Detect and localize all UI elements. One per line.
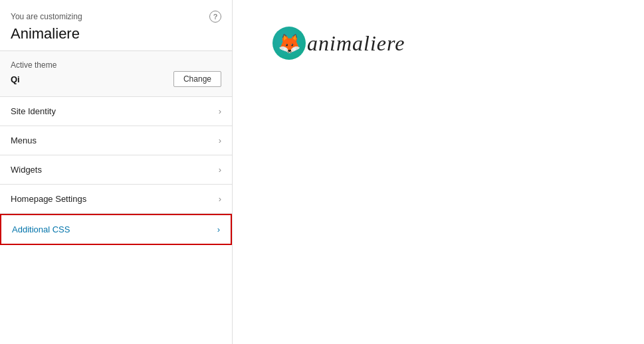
chevron-right-icon: › [219, 194, 221, 204]
nav-item-additional-css[interactable]: Additional CSS › [0, 214, 232, 245]
customizer-sidebar: You are customizing ? Animaliere Active … [0, 0, 233, 344]
active-theme-label: Active theme [11, 60, 221, 70]
help-icon[interactable]: ? [209, 11, 221, 23]
active-theme-row: Qi Change [11, 71, 221, 87]
nav-item-menus[interactable]: Menus › [0, 126, 232, 155]
chevron-right-icon: › [219, 165, 221, 175]
site-logo-area: 🦊 animaliere [272, 27, 405, 60]
customizing-label-row: You are customizing ? [11, 11, 221, 23]
customizing-text: You are customizing [11, 12, 82, 21]
chevron-right-icon: › [217, 224, 220, 234]
nav-item-label: Site Identity [11, 106, 56, 116]
nav-item-homepage-settings[interactable]: Homepage Settings › [0, 185, 232, 214]
nav-item-label: Widgets [11, 165, 42, 175]
nav-list: Site Identity › Menus › Widgets › Homepa… [0, 97, 232, 344]
active-theme-section: Active theme Qi Change [0, 51, 232, 97]
preview-site-name: animaliere [307, 31, 405, 56]
sidebar-header: You are customizing ? Animaliere [0, 0, 232, 51]
fox-avatar: 🦊 [272, 27, 306, 60]
nav-item-widgets[interactable]: Widgets › [0, 155, 232, 185]
nav-item-label: Additional CSS [12, 224, 70, 234]
theme-name: Qi [11, 74, 20, 84]
change-theme-button[interactable]: Change [173, 71, 221, 87]
nav-item-label: Homepage Settings [11, 194, 86, 204]
chevron-right-icon: › [219, 135, 221, 145]
nav-item-site-identity[interactable]: Site Identity › [0, 97, 232, 126]
preview-area: 🦊 animaliere [233, 0, 644, 344]
nav-item-label: Menus [11, 135, 37, 145]
site-title: Animaliere [11, 25, 221, 43]
chevron-right-icon: › [219, 106, 221, 116]
